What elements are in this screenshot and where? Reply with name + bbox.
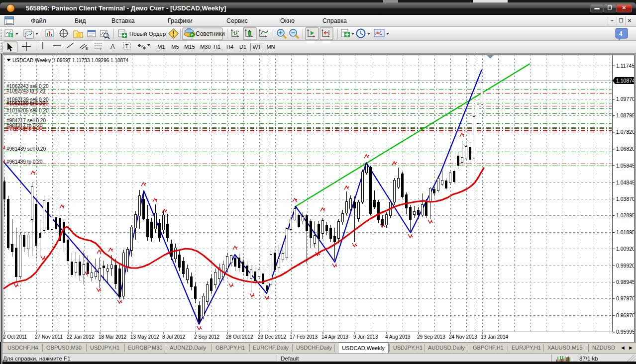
svg-text:2 Oct 2011: 2 Oct 2011 <box>3 334 27 340</box>
svg-text:#961439 tp 0.20: #961439 tp 0.20 <box>6 159 43 165</box>
svg-text:#1062139 tp 0.20: #1062139 tp 0.20 <box>6 100 45 106</box>
svg-text:1.02895: 1.02895 <box>616 212 635 218</box>
svg-text:#961439 sell 0.20: #961439 sell 0.20 <box>6 146 46 152</box>
svg-text:18 Mar 2012: 18 Mar 2012 <box>99 334 127 340</box>
svg-text:29 Sep 2013: 29 Sep 2013 <box>417 334 445 340</box>
svg-text:0.97970: 0.97970 <box>616 295 635 301</box>
svg-text:1.01895: 1.01895 <box>616 229 635 235</box>
svg-text:27 Nov 2011: 27 Nov 2011 <box>35 334 63 340</box>
svg-text:Советники: Советники <box>196 30 225 37</box>
svg-text:8 Jul 2012: 8 Jul 2012 <box>162 334 186 340</box>
svg-text:1.07820: 1.07820 <box>616 129 635 135</box>
svg-text:9 Jun 2013: 9 Jun 2013 <box>353 334 378 340</box>
svg-text:#984217 tp 0.20: #984217 tp 0.20 <box>6 123 43 128</box>
svg-text:1.06820: 1.06820 <box>616 146 635 152</box>
svg-text:#1062243 tp 0.20: #1062243 tp 0.20 <box>6 88 45 93</box>
svg-text:1.04845: 1.04845 <box>616 180 635 185</box>
svg-text:A: A <box>110 43 115 50</box>
svg-text:28 Oct 2012: 28 Oct 2012 <box>226 334 253 340</box>
svg-text:23 Dec 2012: 23 Dec 2012 <box>258 334 286 340</box>
svg-text:2 Sep 2012: 2 Sep 2012 <box>194 334 220 340</box>
svg-text:24 Nov 2013: 24 Nov 2013 <box>449 334 477 340</box>
svg-text:USDCAD,Weekly: USDCAD,Weekly <box>12 58 51 63</box>
svg-text:0.96970: 0.96970 <box>616 312 635 318</box>
svg-text:17 Feb 2013: 17 Feb 2013 <box>290 334 318 340</box>
svg-text:14 Apr 2013: 14 Apr 2013 <box>321 334 348 340</box>
svg-text:1.11745: 1.11745 <box>616 63 635 69</box>
svg-text:E: E <box>86 46 88 51</box>
svg-text:4 Aug 2013: 4 Aug 2013 <box>385 334 411 340</box>
svg-text:0.95995: 0.95995 <box>616 329 635 335</box>
svg-text:1.00920: 1.00920 <box>616 246 635 252</box>
svg-text:#1016205 sell 0.20: #1016205 sell 0.20 <box>6 108 49 113</box>
svg-text:1.08795: 1.08795 <box>616 112 635 118</box>
svg-text:1.09770: 1.09770 <box>616 96 635 102</box>
svg-text:#984217 sell 0.20: #984217 sell 0.20 <box>6 118 46 123</box>
svg-text:1.09597 1.11733 1.09296 1.1087: 1.09597 1.11733 1.09296 1.10874 <box>53 58 129 63</box>
svg-text:F: F <box>100 47 103 51</box>
svg-text:22 Jan 2012: 22 Jan 2012 <box>67 334 94 340</box>
svg-text:13 May 2012: 13 May 2012 <box>130 334 159 340</box>
svg-text:4: 4 <box>619 30 623 37</box>
svg-text:0.98945: 0.98945 <box>616 279 635 285</box>
svg-text:1.03870: 1.03870 <box>616 196 635 202</box>
svg-text:T: T <box>125 43 129 49</box>
svg-text:0.99920: 0.99920 <box>616 263 635 269</box>
svg-text:19 Jan 2014: 19 Jan 2014 <box>481 334 508 340</box>
svg-text:1.05845: 1.05845 <box>616 163 635 169</box>
svg-text:1.10874: 1.10874 <box>616 78 635 84</box>
svg-text:Новый Ордер: Новый Ордер <box>129 31 166 37</box>
